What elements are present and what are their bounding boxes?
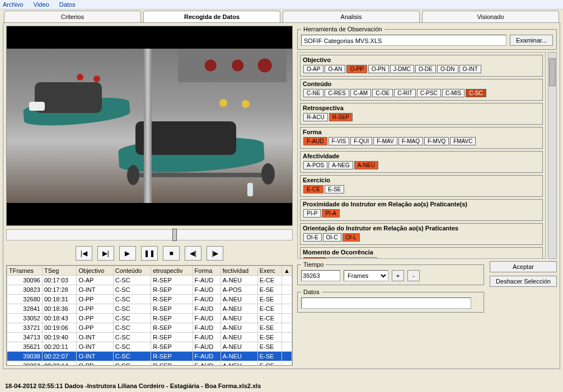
code-button[interactable]: O-PP <box>346 65 367 73</box>
category-group: ObjectivoO-APO-ANO-PPO-PNJ-DMCO-DEO-DNO-… <box>300 55 543 77</box>
scroll-up-icon[interactable]: ▲ <box>282 266 292 276</box>
code-button[interactable]: MO-TR <box>351 257 377 259</box>
tab-recogida[interactable]: Recogida de Datos <box>143 11 280 22</box>
video-slider[interactable] <box>6 229 293 240</box>
slider-thumb[interactable] <box>172 229 177 241</box>
col-header[interactable]: Forma <box>193 266 220 276</box>
datos-input[interactable] <box>301 297 471 309</box>
pause-button[interactable]: ❚❚ <box>141 246 158 261</box>
code-button[interactable]: F-MAV <box>373 137 397 145</box>
code-button[interactable]: PI-A <box>322 209 339 218</box>
code-button[interactable]: A-NEG <box>329 161 353 169</box>
code-button[interactable]: C-RIT <box>394 89 416 97</box>
code-button[interactable]: MO-TI <box>327 257 350 259</box>
menu-video[interactable]: Video <box>34 1 49 8</box>
table-row[interactable]: 3082300:17:28O-INTC-SCR-SEPF-AUDA-POSE-S… <box>7 285 292 295</box>
datos-legend: Datos <box>301 289 322 295</box>
code-button[interactable]: F-AUD <box>303 137 327 145</box>
code-button[interactable]: C-SC <box>466 89 486 97</box>
table-row[interactable]: 3903800:22:07O-INTC-SCR-SEPF-AUDA-NEUE-S… <box>7 352 292 361</box>
table-row[interactable]: 3471300:19:40O-INTC-SCR-SEPF-AUDA-NEUE-S… <box>7 333 292 342</box>
code-button[interactable]: FMAVC <box>450 137 476 145</box>
col-header[interactable]: fectividad <box>220 266 257 276</box>
code-button[interactable]: O-PN <box>368 65 389 73</box>
tiempo-minus[interactable]: - <box>407 270 420 281</box>
col-header[interactable]: TSeg <box>42 266 77 276</box>
code-button[interactable]: OI-C <box>323 233 341 242</box>
tiempo-legend: Tiempo <box>301 261 326 268</box>
category-title: Exercício <box>303 177 540 183</box>
code-button[interactable]: C-AM <box>350 89 372 97</box>
category-title: Forma <box>303 129 540 135</box>
code-button[interactable]: A-NEU <box>354 161 378 169</box>
table-row[interactable]: 3268000:18:31O-PPC-SCR-SEPF-AUDA-NEUE-SE <box>7 295 292 304</box>
code-button[interactable]: O-DN <box>437 65 458 73</box>
observation-file[interactable]: SOFIF Categorias MVS.XLS <box>301 35 506 46</box>
menu-archivo[interactable]: Archivo <box>3 1 24 8</box>
code-button[interactable]: O-AP <box>303 65 323 73</box>
code-button[interactable]: O-DE <box>415 65 436 73</box>
tiempo-plus[interactable]: + <box>392 270 404 281</box>
observation-legend: Herramienta de Observación <box>301 26 384 32</box>
code-button[interactable]: C-MIS <box>442 89 465 97</box>
observation-tool: Herramienta de Observación SOFIF Categor… <box>297 26 557 50</box>
code-button[interactable]: C-RES <box>325 89 349 97</box>
code-button[interactable]: R-ACU <box>303 113 328 121</box>
col-header[interactable]: Conteúdo <box>113 266 151 276</box>
category-scrollbar[interactable] <box>548 52 557 259</box>
code-button[interactable]: OI-L <box>343 233 360 242</box>
code-button[interactable]: OI-E <box>303 233 322 242</box>
code-button[interactable]: F-MAQ <box>398 137 423 145</box>
code-button[interactable]: R-SEP <box>329 113 353 121</box>
menu-datos[interactable]: Datos <box>59 1 76 8</box>
code-button[interactable]: PI-P <box>303 209 321 218</box>
first-button[interactable]: |◀ <box>76 246 92 261</box>
table-row[interactable]: 3284100:18:36O-PPC-SCR-SEPF-AUDA-NEUE-CE <box>7 304 292 314</box>
tiempo-value[interactable] <box>301 270 340 281</box>
menubar: Archivo Video Datos <box>0 0 563 10</box>
code-button[interactable]: F-VIS <box>329 137 350 145</box>
category-title: Proximidade do Instrutor em Relação ao(s… <box>303 201 540 207</box>
events-table[interactable]: TFramesTSegObjectivoConteúdoetrospectivF… <box>6 265 293 366</box>
deshacer-button[interactable]: Deshacer Selección <box>490 276 557 287</box>
code-button[interactable]: F-QUI <box>350 137 372 145</box>
code-button[interactable]: E-CE <box>303 185 323 193</box>
code-button[interactable]: A-POS <box>303 161 327 169</box>
table-row[interactable]: 3926300:22:14O-PPC-SCR-SEPF-AUDA-NEUE-CE <box>7 361 292 366</box>
code-button[interactable]: F-MVQ <box>424 137 449 145</box>
code-button[interactable]: E-SE <box>325 185 344 193</box>
category-group: Proximidade do Instrutor em Relação ao(s… <box>300 199 543 221</box>
code-button[interactable]: MO-CI <box>303 257 326 259</box>
tab-visionado[interactable]: Visionado <box>422 11 559 22</box>
aceptar-button[interactable]: Aceptar <box>490 261 557 272</box>
col-header[interactable]: Exerc <box>257 266 282 276</box>
code-button[interactable]: C-OE <box>372 89 393 97</box>
col-header[interactable]: etrospectiv <box>151 266 193 276</box>
category-group: ConteúdoC-NEC-RESC-AMC-OEC-RITC-PSCC-MIS… <box>300 79 543 101</box>
play-button[interactable]: ▶ <box>119 246 136 261</box>
category-group: ExercícioE-CEE-SE <box>300 175 543 197</box>
code-button[interactable]: O-AN <box>325 65 345 73</box>
prev-button[interactable]: ◀| <box>185 246 201 261</box>
browse-button[interactable]: Examinar... <box>510 35 553 46</box>
tiempo-unit[interactable]: Frames <box>344 270 388 281</box>
code-button[interactable]: J-DMC <box>390 65 414 73</box>
category-group: FormaF-AUDF-VISF-QUIF-MAVF-MAQF-MVQFMAVC <box>300 127 543 149</box>
code-button[interactable]: C-NE <box>303 89 323 97</box>
table-row[interactable]: 3305200:18:43O-PPC-SCR-SEPF-AUDA-NEUE-CE <box>7 314 292 323</box>
prevstep-button[interactable]: ▶| <box>97 246 114 261</box>
table-row[interactable]: 3562100:20:11O-INTC-SCR-SEPF-AUDA-NEUE-S… <box>7 342 292 352</box>
table-row[interactable]: 3372100:19:06O-PPC-SCR-SEPF-AUDA-NEUE-SE <box>7 323 292 333</box>
code-button[interactable]: C-PSC <box>417 89 441 97</box>
col-header[interactable]: Objectivo <box>77 266 113 276</box>
stop-button[interactable]: ■ <box>163 246 180 261</box>
next-button[interactable]: |▶ <box>207 246 223 261</box>
category-panel: ObjectivoO-APO-ANO-PPO-PNJ-DMCO-DEO-DNO-… <box>297 52 546 259</box>
category-group: Momento de OcorrênciaMO-CIMO-TIMO-TR <box>300 247 543 259</box>
table-row[interactable]: 3009600:17:03O-APC-SCR-SEPF-AUDA-NEUE-CE <box>7 276 292 285</box>
tab-criterios[interactable]: Criterios <box>4 11 141 22</box>
tab-analisis[interactable]: Analisis <box>283 11 420 22</box>
col-header[interactable]: TFrames <box>7 266 43 276</box>
status-bar: 18-04-2012 02:55:11 Dados -Instrutora Li… <box>3 381 560 391</box>
code-button[interactable]: O-INT <box>459 65 481 73</box>
